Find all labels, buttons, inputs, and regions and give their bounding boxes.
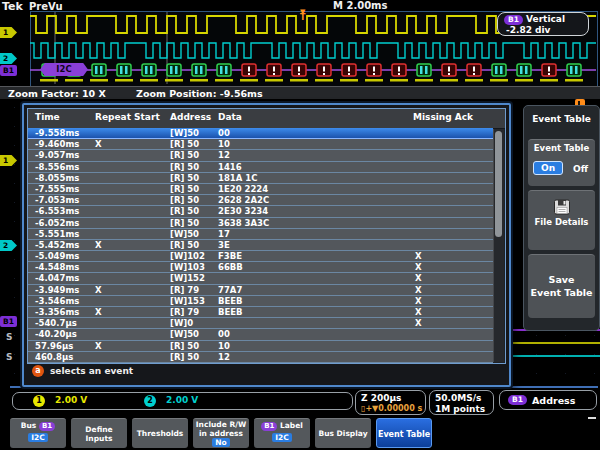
b1-badge: B1 (508, 395, 527, 405)
cell-repeat_start: X (95, 139, 102, 150)
cell-time: -6.553ms (35, 206, 79, 217)
menu-bus-button[interactable]: Bus B1 I2C (10, 418, 66, 448)
event-row[interactable]: -4.548ms[W]10366BBX (28, 262, 493, 273)
cell-missing_ack: X (415, 318, 422, 329)
file-details-button[interactable]: File Details (528, 190, 595, 250)
event-row[interactable]: -4.047ms[W]152X (28, 273, 493, 284)
dialog-footer: aselects an event (32, 365, 133, 379)
toggle-on-option[interactable]: On (533, 161, 563, 175)
footer-hint: selects an event (50, 366, 133, 376)
cell-data: 77A7 (218, 285, 242, 296)
cell-data: 3638 3A3C (218, 218, 269, 229)
menu-thresholds-button[interactable]: Thresholds (132, 418, 188, 448)
cell-data: 12 (218, 352, 230, 363)
event-row[interactable]: -540.7µs[W]0X (28, 318, 493, 329)
cell-time: -3.356ms (35, 307, 79, 318)
cell-data: 00 (218, 128, 230, 139)
ch2-trace-line (498, 355, 600, 357)
event-row[interactable]: -3.949msX[R] 7977A7X (28, 285, 493, 296)
bus-vertical-badge: B1 Vertical -2.82 div (497, 12, 589, 36)
menu-label-button[interactable]: B1 Label I2C (254, 418, 310, 448)
event-row[interactable]: -5.551ms[W]5017 (28, 229, 493, 240)
event-row[interactable]: -9.057ms[R] 5012 (28, 150, 493, 161)
channel1-main-marker[interactable]: 1 (0, 155, 17, 166)
event-row[interactable]: -7.555ms[R] 501E20 2224 (28, 184, 493, 195)
ch2-badge[interactable]: 2 (144, 395, 156, 407)
file-details-label: File Details (528, 217, 595, 227)
multipurpose-knob-a-icon: a (32, 365, 44, 377)
cell-address: [R] 79 (170, 307, 199, 318)
b1-badge: B1 (39, 422, 55, 431)
cell-address: [R] 50 (170, 240, 199, 251)
cell-address: [R] 50 (170, 195, 199, 206)
bus-trigger-field: Address (532, 395, 575, 406)
b1-badge: B1 (261, 422, 277, 431)
menu-event-table-button[interactable]: Event Table (376, 418, 432, 448)
zoom-scale-box: Z 200µs ▯+▼0.00000 s (355, 390, 426, 415)
bus-b1-marker[interactable]: B1 (0, 65, 17, 76)
cell-data: 2628 2A2C (218, 195, 269, 206)
trigger-position-icon: ▼ T (300, 9, 305, 21)
event-row[interactable]: -6.052ms[R] 503638 3A3C (28, 218, 493, 229)
event-table: Time Repeat Start Address Data Missing A… (27, 108, 506, 364)
event-row[interactable]: -7.053ms[R] 502628 2A2C (28, 195, 493, 206)
cell-missing_ack: X (415, 285, 422, 296)
cell-address: [R] 50 (170, 162, 199, 173)
bus-i2c-label: I2C (40, 63, 88, 76)
include-rw-value-chip: No (212, 438, 229, 447)
cell-repeat_start: X (95, 341, 102, 352)
event-row[interactable]: -5.049ms[W]102F3BEX (28, 251, 493, 262)
bus-b1-main-marker[interactable]: B1 (0, 316, 17, 327)
menu-define-inputs-button[interactable]: Define Inputs (71, 418, 127, 448)
cell-time: -9.460ms (35, 139, 79, 150)
event-row[interactable]: -8.556ms[R] 501416 (28, 162, 493, 173)
cell-address: [W]152 (170, 273, 205, 284)
menu-include-rw-button[interactable]: Include R/W in address No (193, 418, 249, 448)
event-row[interactable]: -5.452msX[R] 503E (28, 240, 493, 251)
event-row[interactable]: -3.356msX[R] 79BEEBX (28, 307, 493, 318)
cell-time: -8.055ms (35, 173, 79, 184)
cell-time: -5.049ms (35, 251, 79, 262)
acquisition-readout-box: 50.0MS/s 1M points (429, 390, 494, 415)
cell-address: [R] 50 (170, 206, 199, 217)
sample-rate: 50.0MS/s (435, 393, 481, 403)
event-row[interactable]: -9.460msX[R] 5010 (28, 139, 493, 150)
table-scrollbar[interactable] (493, 129, 504, 362)
cell-address: [W]50 (170, 128, 199, 139)
cell-data: 2E30 3234 (218, 206, 268, 217)
event-row[interactable]: -8.055ms[R] 50181A 1C (28, 173, 493, 184)
toggle-off-option[interactable]: Off (573, 164, 588, 174)
ch1-trace-line (498, 342, 600, 344)
ch1-badge[interactable]: 1 (33, 395, 45, 407)
side-menu-panel: Event Table Event Table On Off File Deta… (523, 105, 600, 331)
event-row[interactable]: 57.96µsX[R] 5010 (28, 341, 493, 352)
event-row[interactable]: -40.20µs[W]5000 (28, 329, 493, 340)
channel2-main-marker[interactable]: 2 (0, 240, 17, 251)
menu-bus-display-button[interactable]: Bus Display (315, 418, 371, 448)
cell-time: -540.7µs (35, 318, 77, 329)
cell-address: [R] 50 (170, 150, 199, 161)
event-row[interactable]: -6.553ms[R] 502E30 3234 (28, 206, 493, 217)
cell-data: 12 (218, 150, 230, 161)
cell-time: -40.20µs (35, 329, 77, 340)
cell-data: F3BE (218, 251, 242, 262)
cell-time: -7.053ms (35, 195, 79, 206)
event-row[interactable]: -9.558ms[W]5000 (28, 128, 493, 139)
event-row[interactable]: 460.8µs[R] 5012 (28, 352, 493, 363)
cell-time: -8.556ms (35, 162, 79, 173)
save-indicator: S (6, 352, 12, 362)
cell-address: [R] 50 (170, 139, 199, 150)
trigger-position-value: 0.00000 s (378, 404, 422, 413)
event-row[interactable]: -3.546ms[W]153BEEBX (28, 296, 493, 307)
save-event-table-button[interactable]: Save Event Table (528, 254, 595, 318)
event-table-toggle-button[interactable]: Event Table On Off (528, 139, 595, 186)
trigger-position-icon: ▯+▼ (361, 404, 378, 413)
cell-address: [W]102 (170, 251, 205, 262)
scrollbar-thumb[interactable] (495, 131, 502, 237)
cell-time: -4.548ms (35, 262, 79, 273)
col-time: Time (35, 112, 60, 122)
bottom-menu-bar: Bus B1 I2C Define Inputs Thresholds Incl… (0, 417, 600, 450)
cell-data: 10 (218, 139, 230, 150)
floppy-disk-icon (553, 199, 571, 215)
cell-repeat_start: X (95, 285, 102, 296)
